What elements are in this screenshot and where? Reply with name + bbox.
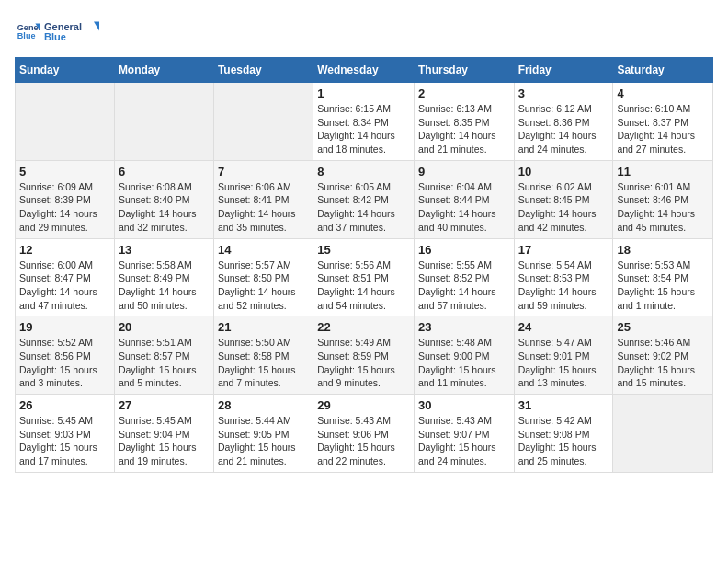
day-number: 10 <box>518 165 609 178</box>
day-number: 2 <box>418 86 510 100</box>
day-info: Sunrise: 6:13 AM Sunset: 8:35 PM Dayligh… <box>418 102 510 156</box>
day-info: Sunrise: 5:54 AM Sunset: 8:53 PM Dayligh… <box>518 259 609 313</box>
day-number: 12 <box>19 243 110 257</box>
day-info: Sunrise: 5:45 AM Sunset: 9:04 PM Dayligh… <box>119 414 210 468</box>
day-info: Sunrise: 6:05 AM Sunset: 8:42 PM Dayligh… <box>317 180 410 235</box>
day-cell: 24Sunrise: 5:47 AM Sunset: 9:01 PM Dayli… <box>514 316 613 395</box>
page-header: General Blue General Blue <box>15 15 713 48</box>
day-number: 20 <box>119 320 210 334</box>
day-number: 31 <box>518 398 609 412</box>
day-cell: 6Sunrise: 6:08 AM Sunset: 8:40 PM Daylig… <box>114 160 213 238</box>
day-cell: 1Sunrise: 6:15 AM Sunset: 8:34 PM Daylig… <box>313 83 415 161</box>
day-number: 18 <box>617 243 709 257</box>
day-number: 8 <box>317 165 410 178</box>
day-cell: 21Sunrise: 5:50 AM Sunset: 8:58 PM Dayli… <box>213 316 313 395</box>
day-cell: 2Sunrise: 6:13 AM Sunset: 8:35 PM Daylig… <box>414 83 514 161</box>
day-info: Sunrise: 5:49 AM Sunset: 8:59 PM Dayligh… <box>317 336 410 390</box>
day-cell: 14Sunrise: 5:57 AM Sunset: 8:50 PM Dayli… <box>213 238 313 316</box>
day-cell <box>114 83 213 161</box>
column-header-friday: Friday <box>514 58 613 83</box>
day-number: 21 <box>218 320 309 334</box>
day-cell: 23Sunrise: 5:48 AM Sunset: 9:00 PM Dayli… <box>414 316 514 395</box>
week-row-5: 26Sunrise: 5:45 AM Sunset: 9:03 PM Dayli… <box>16 395 713 473</box>
day-cell: 25Sunrise: 5:46 AM Sunset: 9:02 PM Dayli… <box>613 316 713 395</box>
day-cell: 22Sunrise: 5:49 AM Sunset: 8:59 PM Dayli… <box>313 316 415 395</box>
day-cell: 11Sunrise: 6:01 AM Sunset: 8:46 PM Dayli… <box>613 160 713 238</box>
day-info: Sunrise: 6:01 AM Sunset: 8:46 PM Dayligh… <box>617 180 709 235</box>
day-cell: 7Sunrise: 6:06 AM Sunset: 8:41 PM Daylig… <box>213 160 313 238</box>
day-cell: 26Sunrise: 5:45 AM Sunset: 9:03 PM Dayli… <box>16 395 115 473</box>
day-info: Sunrise: 5:47 AM Sunset: 9:01 PM Dayligh… <box>518 336 609 390</box>
svg-text:General: General <box>44 21 82 32</box>
day-cell <box>213 83 313 161</box>
day-info: Sunrise: 5:56 AM Sunset: 8:51 PM Dayligh… <box>317 259 410 313</box>
day-cell: 4Sunrise: 6:10 AM Sunset: 8:37 PM Daylig… <box>613 83 713 161</box>
day-number: 26 <box>19 398 110 412</box>
logo-svg: General Blue <box>44 15 99 48</box>
day-number: 17 <box>518 243 609 257</box>
column-header-wednesday: Wednesday <box>313 58 415 83</box>
day-number: 28 <box>218 398 309 412</box>
day-info: Sunrise: 6:06 AM Sunset: 8:41 PM Dayligh… <box>218 180 309 235</box>
column-header-saturday: Saturday <box>613 58 713 83</box>
day-info: Sunrise: 5:43 AM Sunset: 9:06 PM Dayligh… <box>317 414 410 468</box>
column-header-sunday: Sunday <box>16 58 115 83</box>
day-cell: 13Sunrise: 5:58 AM Sunset: 8:49 PM Dayli… <box>114 238 213 316</box>
day-cell: 30Sunrise: 5:43 AM Sunset: 9:07 PM Dayli… <box>414 395 514 473</box>
day-info: Sunrise: 5:52 AM Sunset: 8:56 PM Dayligh… <box>19 336 110 390</box>
day-number: 16 <box>418 243 510 257</box>
day-cell: 19Sunrise: 5:52 AM Sunset: 8:56 PM Dayli… <box>16 316 115 395</box>
week-row-1: 1Sunrise: 6:15 AM Sunset: 8:34 PM Daylig… <box>16 83 713 161</box>
day-number: 19 <box>19 320 110 334</box>
column-header-thursday: Thursday <box>414 58 514 83</box>
week-row-2: 5Sunrise: 6:09 AM Sunset: 8:39 PM Daylig… <box>16 160 713 238</box>
day-info: Sunrise: 5:51 AM Sunset: 8:57 PM Dayligh… <box>119 336 210 390</box>
day-cell: 16Sunrise: 5:55 AM Sunset: 8:52 PM Dayli… <box>414 238 514 316</box>
day-number: 1 <box>317 86 410 100</box>
day-number: 7 <box>218 165 309 178</box>
day-number: 30 <box>418 398 510 412</box>
day-number: 11 <box>617 165 709 178</box>
day-cell: 20Sunrise: 5:51 AM Sunset: 8:57 PM Dayli… <box>114 316 213 395</box>
day-info: Sunrise: 5:53 AM Sunset: 8:54 PM Dayligh… <box>617 259 709 313</box>
calendar-table: SundayMondayTuesdayWednesdayThursdayFrid… <box>15 57 713 473</box>
day-info: Sunrise: 6:10 AM Sunset: 8:37 PM Dayligh… <box>617 102 709 156</box>
day-number: 23 <box>418 320 510 334</box>
header-row: SundayMondayTuesdayWednesdayThursdayFrid… <box>16 58 713 83</box>
day-info: Sunrise: 6:12 AM Sunset: 8:36 PM Dayligh… <box>518 102 609 156</box>
day-cell: 12Sunrise: 6:00 AM Sunset: 8:47 PM Dayli… <box>16 238 115 316</box>
svg-text:Blue: Blue <box>17 31 36 40</box>
logo-icon: General Blue <box>15 18 40 44</box>
day-cell <box>613 395 713 473</box>
day-info: Sunrise: 6:00 AM Sunset: 8:47 PM Dayligh… <box>19 259 110 313</box>
day-cell: 9Sunrise: 6:04 AM Sunset: 8:44 PM Daylig… <box>414 160 514 238</box>
day-cell: 8Sunrise: 6:05 AM Sunset: 8:42 PM Daylig… <box>313 160 415 238</box>
day-info: Sunrise: 5:43 AM Sunset: 9:07 PM Dayligh… <box>418 414 510 468</box>
day-info: Sunrise: 5:57 AM Sunset: 8:50 PM Dayligh… <box>218 259 309 313</box>
day-cell: 17Sunrise: 5:54 AM Sunset: 8:53 PM Dayli… <box>514 238 613 316</box>
day-info: Sunrise: 6:02 AM Sunset: 8:45 PM Dayligh… <box>518 180 609 235</box>
day-info: Sunrise: 6:15 AM Sunset: 8:34 PM Dayligh… <box>317 102 410 156</box>
week-row-3: 12Sunrise: 6:00 AM Sunset: 8:47 PM Dayli… <box>16 238 713 316</box>
day-number: 9 <box>418 165 510 178</box>
day-info: Sunrise: 6:09 AM Sunset: 8:39 PM Dayligh… <box>19 180 110 235</box>
day-cell <box>16 83 115 161</box>
day-cell: 3Sunrise: 6:12 AM Sunset: 8:36 PM Daylig… <box>514 83 613 161</box>
day-cell: 29Sunrise: 5:43 AM Sunset: 9:06 PM Dayli… <box>313 395 415 473</box>
svg-text:Blue: Blue <box>44 31 66 42</box>
day-info: Sunrise: 5:46 AM Sunset: 9:02 PM Dayligh… <box>617 336 709 390</box>
day-number: 6 <box>119 165 210 178</box>
day-cell: 18Sunrise: 5:53 AM Sunset: 8:54 PM Dayli… <box>613 238 713 316</box>
day-info: Sunrise: 5:45 AM Sunset: 9:03 PM Dayligh… <box>19 414 110 468</box>
day-cell: 27Sunrise: 5:45 AM Sunset: 9:04 PM Dayli… <box>114 395 213 473</box>
day-info: Sunrise: 5:42 AM Sunset: 9:08 PM Dayligh… <box>518 414 609 468</box>
column-header-tuesday: Tuesday <box>213 58 313 83</box>
day-info: Sunrise: 5:44 AM Sunset: 9:05 PM Dayligh… <box>218 414 309 468</box>
day-info: Sunrise: 5:50 AM Sunset: 8:58 PM Dayligh… <box>218 336 309 390</box>
day-cell: 15Sunrise: 5:56 AM Sunset: 8:51 PM Dayli… <box>313 238 415 316</box>
day-cell: 31Sunrise: 5:42 AM Sunset: 9:08 PM Dayli… <box>514 395 613 473</box>
day-number: 4 <box>617 86 709 100</box>
day-info: Sunrise: 6:04 AM Sunset: 8:44 PM Dayligh… <box>418 180 510 235</box>
day-number: 27 <box>119 398 210 412</box>
svg-marker-6 <box>94 22 99 31</box>
